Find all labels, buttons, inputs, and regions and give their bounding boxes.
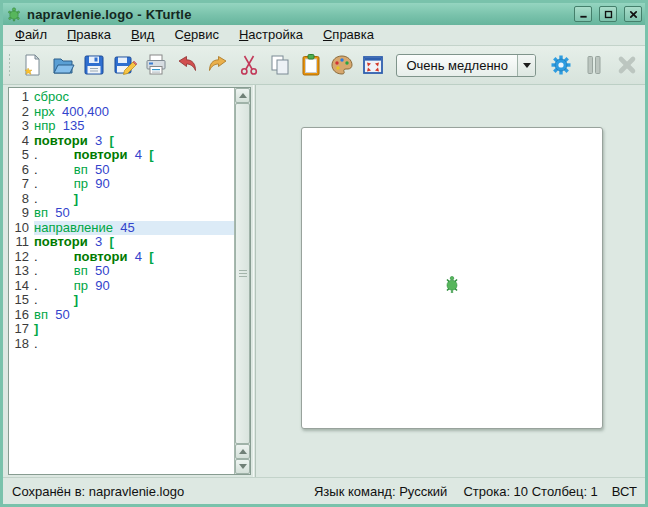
code-text: . ] (34, 293, 234, 308)
code-line[interactable]: 17] (9, 322, 234, 337)
undo-button[interactable] (173, 51, 201, 79)
code-text: . пр 90 (34, 177, 234, 192)
scrollbar-thumb[interactable] (235, 103, 250, 444)
code-text: . (34, 337, 234, 352)
menu-item-edit[interactable]: Правка (57, 26, 121, 44)
new-file-icon (20, 53, 44, 77)
code-line[interactable]: 15. ] (9, 293, 234, 308)
line-number: 3 (9, 119, 34, 134)
code-line[interactable]: 2нрх 400,400 (9, 105, 234, 120)
toolbar-grip-handle[interactable] (7, 52, 10, 78)
code-text: . вп 50 (34, 264, 234, 279)
pause-button (580, 51, 608, 79)
code-line[interactable]: 7. пр 90 (9, 177, 234, 192)
line-number: 16 (9, 308, 34, 323)
code-text: повтори 3 [ (34, 235, 234, 250)
code-text: . повтори 4 [ (34, 250, 234, 265)
line-number: 5 (9, 148, 34, 163)
run-controls (547, 51, 641, 79)
code-text: . вп 50 (34, 163, 234, 178)
scroll-down-button[interactable] (235, 459, 250, 474)
menu-item-settings[interactable]: Настройка (229, 26, 313, 44)
code-line[interactable]: 6. вп 50 (9, 163, 234, 178)
titlebar[interactable]: napravlenie.logo - KTurtle (3, 3, 645, 25)
save-as-button[interactable] (111, 51, 139, 79)
canvas-panel (258, 85, 645, 477)
line-number: 15 (9, 293, 34, 308)
code-line[interactable]: 18. (9, 337, 234, 352)
code-line[interactable]: 10направление 45 (9, 221, 234, 236)
code-line[interactable]: 4повтори 3 [ (9, 134, 234, 149)
code-line[interactable]: 14. пр 90 (9, 279, 234, 294)
code-line[interactable]: 13. вп 50 (9, 264, 234, 279)
code-line[interactable]: 16вп 50 (9, 308, 234, 323)
code-text: нпр 135 (34, 119, 234, 134)
line-number: 1 (9, 90, 34, 105)
code-line[interactable]: 8. ] (9, 192, 234, 207)
new-button[interactable] (18, 51, 46, 79)
stop-button (613, 51, 641, 79)
line-number: 18 (9, 337, 34, 352)
menu-item-help[interactable]: Справка (313, 26, 384, 44)
turtle-canvas (301, 127, 603, 429)
line-number: 9 (9, 206, 34, 221)
scroll-up-button-bottom[interactable] (235, 444, 250, 459)
chevron-down-icon[interactable] (517, 55, 535, 76)
save-icon (82, 53, 106, 77)
paste-button[interactable] (297, 51, 325, 79)
code-text: ] (34, 322, 234, 337)
line-number: 2 (9, 105, 34, 120)
minimize-button[interactable] (574, 6, 592, 22)
fullscreen-icon (361, 53, 385, 77)
maximize-button[interactable] (599, 6, 617, 22)
colors-button[interactable] (328, 51, 356, 79)
line-number: 8 (9, 192, 34, 207)
code-line[interactable]: 11повтори 3 [ (9, 235, 234, 250)
stop-icon (615, 53, 639, 77)
redo-icon (206, 53, 230, 77)
status-command-language: Язык команд: Русский (314, 484, 447, 499)
line-number: 7 (9, 177, 34, 192)
code-text: . ] (34, 192, 234, 207)
code-line[interactable]: 12. повтори 4 [ (9, 250, 234, 265)
line-number: 13 (9, 264, 34, 279)
menu-item-view[interactable]: Вид (121, 26, 165, 44)
code-line[interactable]: 9вп 50 (9, 206, 234, 221)
code-text: . пр 90 (34, 279, 234, 294)
code-text: повтори 3 [ (34, 134, 234, 149)
save-as-icon (113, 53, 137, 77)
run-button[interactable] (547, 51, 575, 79)
code-text: . повтори 4 [ (34, 148, 234, 163)
cut-button[interactable] (235, 51, 263, 79)
code-line[interactable]: 1сброс (9, 90, 234, 105)
print-button[interactable] (142, 51, 170, 79)
copy-icon (268, 53, 292, 77)
copy-button[interactable] (266, 51, 294, 79)
code-text: вп 50 (34, 206, 234, 221)
open-folder-icon (51, 53, 75, 77)
turtle-sprite (443, 275, 461, 294)
open-button[interactable] (49, 51, 77, 79)
code-line[interactable]: 3нпр 135 (9, 119, 234, 134)
fullscreen-button[interactable] (359, 51, 387, 79)
status-insert-mode: ВСТ (612, 484, 637, 499)
code-line[interactable]: 5. повтори 4 [ (9, 148, 234, 163)
statusbar: Сохранён в: napravlenie.logo Язык команд… (3, 477, 645, 504)
close-button[interactable] (624, 6, 642, 22)
menubar: ФайлПравкаВидСервисНастройкаСправка (3, 25, 645, 46)
line-number: 14 (9, 279, 34, 294)
speed-dropdown[interactable]: Очень медленно (396, 54, 536, 77)
kturtle-window: napravlenie.logo - KTurtle ФайлПравкаВид… (0, 0, 648, 507)
line-number: 17 (9, 322, 34, 337)
line-number: 10 (9, 221, 34, 236)
code-text-area[interactable]: 1сброс2нрх 400,4003нпр 1354повтори 3 [5.… (9, 88, 234, 474)
menu-item-file[interactable]: Файл (5, 26, 57, 44)
splitter-handle[interactable] (251, 85, 258, 477)
scroll-up-button[interactable] (235, 88, 250, 103)
line-number: 4 (9, 134, 34, 149)
cut-icon (237, 53, 261, 77)
save-button[interactable] (80, 51, 108, 79)
menu-item-tools[interactable]: Сервис (164, 26, 229, 44)
redo-button[interactable] (204, 51, 232, 79)
run-gear-icon (549, 53, 573, 77)
